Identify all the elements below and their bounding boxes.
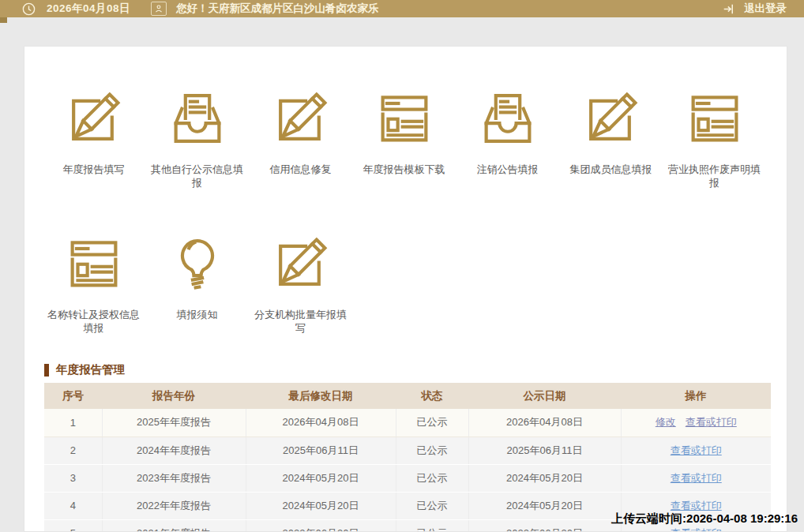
logout-icon <box>723 2 736 16</box>
feature-grid-row-2: 名称转让及授权信息填报 填报须知 分支机构批量年报填写 <box>42 233 352 335</box>
current-date: 2026年04月08日 <box>47 2 130 16</box>
logout-button[interactable]: 退出登录 <box>723 2 804 16</box>
feature-item[interactable]: 年度报告填写 <box>42 88 145 189</box>
topbar-corner-accent <box>0 17 7 23</box>
report-year: 2021年年度报告 <box>102 519 246 532</box>
topbar-left-group: 2026年04月08日 您好！天府新区成都片区白沙山肴卤农家乐 <box>0 2 379 16</box>
table-header-row: 序号报告年份最后修改日期状态公示日期操作 <box>44 383 771 409</box>
main-panel: 年度报告填写 其他自行公示信息填报 信用信息修复 年度报告模板下载 注销公告填报… <box>24 46 787 532</box>
section-title: 年度报告管理 <box>56 362 125 377</box>
publish-date: 2022年06月30日 <box>468 519 621 532</box>
feature-item[interactable]: 集团成员信息填报 <box>559 88 663 189</box>
feature-grid-row-1: 年度报告填写 其他自行公示信息填报 信用信息修复 年度报告模板下载 注销公告填报… <box>42 88 766 189</box>
webpage-icon <box>63 233 125 294</box>
view-or-print-link[interactable]: 查看或打印 <box>671 500 722 511</box>
feature-item[interactable]: 年度报告模板下载 <box>352 88 456 189</box>
feature-label: 分支机构批量年报填写 <box>250 308 351 335</box>
feature-item[interactable]: 注销公告填报 <box>456 88 559 189</box>
feature-label: 年度报告填写 <box>63 163 125 176</box>
last-modified-date: 2024年05月20日 <box>246 464 396 492</box>
status-badge: 已公示 <box>396 464 468 492</box>
publish-date: 2024年05月20日 <box>468 464 621 492</box>
table-row: 22024年年度报告2025年06月11日已公示2025年06月11日查看或打印 <box>44 436 771 464</box>
feature-label: 其他自行公示信息填报 <box>147 163 248 189</box>
inbox-icon <box>167 88 228 149</box>
status-badge: 已公示 <box>396 409 468 436</box>
view-or-print-link[interactable]: 查看或打印 <box>671 527 722 532</box>
bulb-icon <box>167 233 228 294</box>
actions-cell: 修改查看或打印 <box>621 409 771 436</box>
feature-item[interactable]: 营业执照作废声明填报 <box>663 88 766 189</box>
webpage-icon <box>684 88 746 149</box>
annual-report-table: 序号报告年份最后修改日期状态公示日期操作 12025年年度报告2026年04月0… <box>44 383 771 532</box>
row-number: 2 <box>44 436 102 464</box>
feature-label: 填报须知 <box>177 308 218 321</box>
publish-date: 2024年05月20日 <box>468 492 621 519</box>
table-column-header: 操作 <box>621 383 771 409</box>
table-column-header: 最后修改日期 <box>246 383 396 409</box>
table-row: 32023年年度报告2024年05月20日已公示2024年05月20日查看或打印 <box>44 464 771 492</box>
feature-label: 集团成员信息填报 <box>570 163 652 176</box>
row-number: 3 <box>44 464 102 492</box>
last-modified-date: 2025年06月11日 <box>246 436 396 464</box>
logout-label: 退出登录 <box>744 2 787 16</box>
clock-icon <box>22 2 36 16</box>
webpage-icon <box>374 88 435 149</box>
table-column-header: 报告年份 <box>102 383 246 409</box>
row-number: 1 <box>44 409 102 436</box>
status-badge: 已公示 <box>396 436 468 464</box>
feature-item[interactable]: 分支机构批量年报填写 <box>249 233 352 335</box>
feature-item[interactable]: 名称转让及授权信息填报 <box>42 233 145 335</box>
edit-icon <box>63 88 125 149</box>
report-year: 2024年年度报告 <box>102 436 246 464</box>
feature-item[interactable]: 信用信息修复 <box>249 88 352 189</box>
view-or-print-link[interactable]: 查看或打印 <box>671 472 722 484</box>
upload-cloud-timestamp: 上传云端时间:2026-04-08 19:29:16 <box>611 511 798 526</box>
view-or-print-link[interactable]: 查看或打印 <box>686 416 737 428</box>
edit-icon <box>580 88 642 149</box>
publish-date: 2025年06月11日 <box>468 436 621 464</box>
feature-label: 营业执照作废声明填报 <box>664 163 765 189</box>
actions-cell: 查看或打印 <box>621 436 771 464</box>
modify-link[interactable]: 修改 <box>656 416 676 428</box>
row-number: 5 <box>44 519 102 532</box>
feature-label: 名称转让及授权信息填报 <box>43 308 145 335</box>
feature-label: 注销公告填报 <box>477 163 539 176</box>
inbox-icon <box>477 88 539 149</box>
user-greeting: 您好！天府新区成都片区白沙山肴卤农家乐 <box>176 2 379 16</box>
edit-icon <box>270 88 332 149</box>
edit-icon <box>270 233 332 294</box>
last-modified-date: 2022年06月30日 <box>246 519 396 532</box>
user-icon <box>151 2 167 16</box>
table-row: 12025年年度报告2026年04月08日已公示2026年04月08日修改查看或… <box>44 409 771 436</box>
topbar: 2026年04月08日 您好！天府新区成都片区白沙山肴卤农家乐 退出登录 <box>0 0 804 17</box>
feature-label: 年度报告模板下载 <box>363 163 445 176</box>
status-badge: 已公示 <box>396 492 468 519</box>
feature-label: 信用信息修复 <box>270 163 332 176</box>
feature-item[interactable]: 填报须知 <box>145 233 249 335</box>
publish-date: 2026年04月08日 <box>468 409 621 436</box>
actions-cell: 查看或打印 <box>621 464 771 492</box>
section-accent-bar <box>44 364 49 377</box>
table-column-header: 状态 <box>396 383 468 409</box>
last-modified-date: 2026年04月08日 <box>246 409 396 436</box>
table-column-header: 序号 <box>44 383 102 409</box>
section-header: 年度报告管理 <box>44 362 125 377</box>
report-year: 2023年年度报告 <box>102 464 246 492</box>
row-number: 4 <box>44 492 102 519</box>
report-year: 2025年年度报告 <box>102 409 246 436</box>
report-year: 2022年年度报告 <box>102 492 246 519</box>
status-badge: 已公示 <box>396 519 468 532</box>
view-or-print-link[interactable]: 查看或打印 <box>671 444 722 456</box>
table-column-header: 公示日期 <box>468 383 621 409</box>
last-modified-date: 2024年05月20日 <box>246 492 396 519</box>
feature-item[interactable]: 其他自行公示信息填报 <box>145 88 249 189</box>
